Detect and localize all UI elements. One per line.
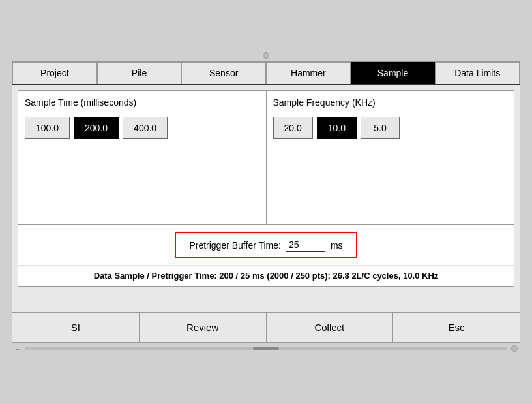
- tab-data-limits[interactable]: Data Limits: [435, 62, 520, 84]
- sample-time-100[interactable]: 100.0: [25, 117, 70, 139]
- nav-esc[interactable]: Esc: [393, 313, 520, 342]
- tab-hammer[interactable]: Hammer: [266, 62, 351, 84]
- sample-freq-10[interactable]: 10.0: [317, 117, 357, 139]
- nav-si[interactable]: SI: [12, 313, 140, 342]
- tab-sensor[interactable]: Sensor: [181, 62, 266, 84]
- sample-time-400[interactable]: 400.0: [123, 117, 168, 139]
- sample-time-panel: Sample Time (milliseconds) 100.0 200.0 4…: [18, 91, 267, 224]
- info-row: Data Sample / Pretrigger Time: 200 / 25 …: [18, 265, 514, 286]
- pretrigger-input[interactable]: [286, 238, 325, 252]
- scroll-bottom: ←: [12, 343, 520, 354]
- sample-time-200[interactable]: 200.0: [74, 117, 119, 139]
- sample-frequency-options: 20.0 10.0 5.0: [273, 117, 508, 139]
- scroll-track: [25, 347, 507, 350]
- scroll-top-indicator: [263, 52, 269, 59]
- tab-bar: Project Pile Sensor Hammer Sample Data L…: [12, 62, 520, 85]
- bottom-nav: SI Review Collect Esc: [12, 312, 520, 343]
- sample-freq-5[interactable]: 5.0: [361, 117, 400, 139]
- sample-time-title: Sample Time (milliseconds): [25, 97, 259, 108]
- sample-time-options: 100.0 200.0 400.0: [25, 117, 259, 139]
- tab-sample[interactable]: Sample: [351, 62, 436, 84]
- scroll-thumb: [253, 347, 279, 350]
- tab-pile[interactable]: Pile: [97, 62, 182, 84]
- content-area: Sample Time (milliseconds) 100.0 200.0 4…: [18, 90, 514, 287]
- scroll-left-arrow[interactable]: ←: [14, 345, 21, 352]
- sample-frequency-space: [273, 139, 508, 217]
- pretrigger-box: Pretrigger Buffer Time: ms: [175, 232, 357, 258]
- tab-project[interactable]: Project: [12, 62, 97, 84]
- sample-time-space: [25, 139, 259, 217]
- pretrigger-label: Pretrigger Buffer Time:: [189, 240, 281, 251]
- sample-freq-20[interactable]: 20.0: [273, 117, 313, 139]
- sample-frequency-title: Sample Frequency (KHz): [273, 97, 508, 108]
- spacer: [12, 292, 520, 312]
- pretrigger-unit: ms: [331, 240, 343, 251]
- pretrigger-row: Pretrigger Buffer Time: ms: [18, 225, 514, 265]
- sample-frequency-panel: Sample Frequency (KHz) 20.0 10.0 5.0: [267, 91, 514, 224]
- scroll-bottom-indicator: [511, 345, 518, 352]
- main-container: Project Pile Sensor Hammer Sample Data L…: [12, 61, 520, 292]
- nav-review[interactable]: Review: [140, 313, 267, 342]
- panels: Sample Time (milliseconds) 100.0 200.0 4…: [18, 91, 514, 225]
- nav-collect[interactable]: Collect: [267, 313, 394, 342]
